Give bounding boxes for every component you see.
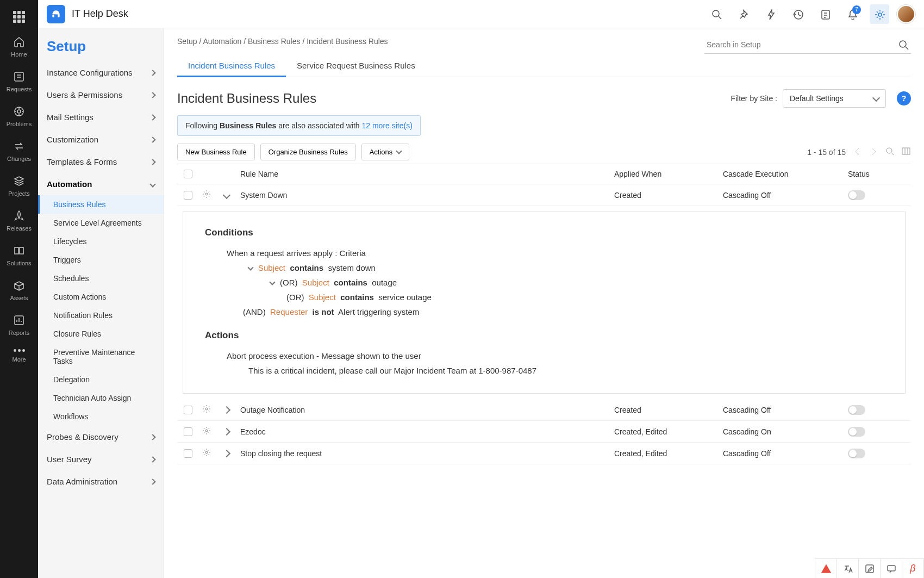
row-name[interactable]: Outage Notification <box>240 406 614 414</box>
row-name[interactable]: Ezedoc <box>240 427 614 436</box>
alerts-button[interactable] <box>815 559 837 579</box>
sidebar-item-schedules[interactable]: Schedules <box>38 269 164 288</box>
filter-site-select[interactable]: Default Settings <box>783 89 886 108</box>
search-icon-btn[interactable] <box>898 39 909 52</box>
avatar[interactable] <box>897 5 915 23</box>
actions-button[interactable]: Actions <box>361 144 410 160</box>
status-toggle[interactable] <box>848 427 865 437</box>
search-button[interactable] <box>707 4 726 24</box>
notes-button[interactable] <box>815 4 835 24</box>
row-settings[interactable] <box>202 190 224 200</box>
bottom-bar: β <box>815 558 924 578</box>
row-settings[interactable] <box>202 448 224 458</box>
svg-point-12 <box>205 408 208 410</box>
rail-apps[interactable] <box>0 4 38 29</box>
actions-heading: Actions <box>205 330 883 341</box>
status-toggle[interactable] <box>848 190 865 200</box>
sidebar-group-templates[interactable]: Templates & Forms <box>38 151 164 173</box>
rail-reports[interactable]: Reports <box>0 308 38 343</box>
row-name[interactable]: Stop closing the request <box>240 449 614 458</box>
rail-label: Home <box>11 51 27 58</box>
column-settings[interactable] <box>901 146 911 158</box>
quick-button[interactable] <box>761 4 781 24</box>
status-toggle[interactable] <box>848 405 865 415</box>
row-checkbox[interactable] <box>184 191 192 200</box>
settings-button[interactable] <box>870 4 889 24</box>
search-input[interactable] <box>704 36 911 54</box>
svg-rect-10 <box>902 148 910 154</box>
sidebar-group-customization[interactable]: Customization <box>38 128 164 151</box>
sidebar-item-delegation[interactable]: Delegation <box>38 370 164 389</box>
svg-point-13 <box>205 430 208 432</box>
banner-link[interactable]: 12 more site(s) <box>362 121 413 130</box>
beta-button[interactable]: β <box>902 559 924 579</box>
row-cascade: Cascading Off <box>723 449 848 458</box>
sidebar-group-probes[interactable]: Probes & Discovery <box>38 426 164 448</box>
help-button[interactable]: ? <box>897 91 911 105</box>
organize-rules-button[interactable]: Organize Business Rules <box>260 144 356 160</box>
sidebar-group-survey[interactable]: User Survey <box>38 448 164 470</box>
rail-releases[interactable]: Releases <box>0 203 38 238</box>
row-checkbox[interactable] <box>184 427 192 436</box>
sidebar-item-business-rules[interactable]: Business Rules <box>38 195 164 214</box>
chevron-down-icon[interactable] <box>269 279 275 285</box>
rail-home[interactable]: Home <box>0 29 38 64</box>
history-button[interactable] <box>788 4 808 24</box>
sidebar-group-instance[interactable]: Instance Configurations <box>38 61 164 84</box>
expand-toggle[interactable] <box>223 191 230 198</box>
sidebar-item-tech-auto-assign[interactable]: Technician Auto Assign <box>38 389 164 407</box>
sidebar-item-triggers[interactable]: Triggers <box>38 251 164 269</box>
row-settings[interactable] <box>202 405 224 415</box>
row-applied: Created, Edited <box>614 449 723 458</box>
chevron-right-icon <box>149 478 155 484</box>
rail-solutions[interactable]: Solutions <box>0 238 38 273</box>
chevron-right-icon <box>869 146 878 156</box>
sidebar-item-workflows[interactable]: Workflows <box>38 407 164 426</box>
sidebar-group-data-admin[interactable]: Data Administration <box>38 470 164 493</box>
sidebar-group-users[interactable]: Users & Permissions <box>38 84 164 106</box>
rail-requests[interactable]: Requests <box>0 64 38 99</box>
pager-prev[interactable] <box>852 146 862 158</box>
table-row: Outage Notification Created Cascading Of… <box>177 399 911 421</box>
condition-line: (OR) Subject contains outage <box>205 275 883 290</box>
expand-toggle[interactable] <box>223 406 230 413</box>
sidebar-item-notification-rules[interactable]: Notification Rules <box>38 306 164 325</box>
row-checkbox[interactable] <box>184 406 192 414</box>
gear-icon <box>202 190 211 198</box>
sidebar-item-custom-actions[interactable]: Custom Actions <box>38 288 164 306</box>
pager-next[interactable] <box>869 146 878 158</box>
notifications-button[interactable]: 7 <box>842 4 862 24</box>
expand-toggle[interactable] <box>223 449 230 457</box>
compose-button[interactable] <box>859 559 881 579</box>
sidebar-item-sla[interactable]: Service Level Agreements <box>38 214 164 232</box>
select-all-checkbox[interactable] <box>184 170 192 178</box>
pin-button[interactable] <box>734 4 753 24</box>
chat-button[interactable] <box>881 559 902 579</box>
table-header: Rule Name Applied When Cascade Execution… <box>177 164 911 184</box>
sidebar-group-automation[interactable]: Automation <box>38 173 164 195</box>
sidebar-item-lifecycles[interactable]: Lifecycles <box>38 232 164 251</box>
rail-problems[interactable]: Problems <box>0 99 38 134</box>
tab-incident-rules[interactable]: Incident Business Rules <box>177 55 286 77</box>
tab-service-request-rules[interactable]: Service Request Business Rules <box>286 55 426 77</box>
row-checkbox[interactable] <box>184 449 192 458</box>
chevron-down-icon[interactable] <box>247 264 253 270</box>
info-banner: Following Business Rules are also associ… <box>177 115 421 136</box>
new-rule-button[interactable]: New Business Rule <box>177 144 255 160</box>
rail-more[interactable]: More <box>0 343 38 369</box>
expand-toggle[interactable] <box>223 427 230 435</box>
status-toggle[interactable] <box>848 449 865 458</box>
bolt-icon <box>765 9 776 20</box>
rail-projects[interactable]: Projects <box>0 169 38 203</box>
rail-changes[interactable]: Changes <box>0 134 38 169</box>
sidebar-group-mail[interactable]: Mail Settings <box>38 106 164 128</box>
sidebar-item-closure-rules[interactable]: Closure Rules <box>38 325 164 343</box>
sidebar-item-pm-tasks[interactable]: Preventive Maintenance Tasks <box>38 343 164 370</box>
row-settings[interactable] <box>202 426 224 437</box>
rail-assets[interactable]: Assets <box>0 273 38 308</box>
language-button[interactable] <box>837 559 859 579</box>
pager-search[interactable] <box>885 146 895 158</box>
row-name[interactable]: System Down <box>240 191 614 200</box>
rail-label: Reports <box>9 330 30 336</box>
gear-icon <box>202 426 211 435</box>
